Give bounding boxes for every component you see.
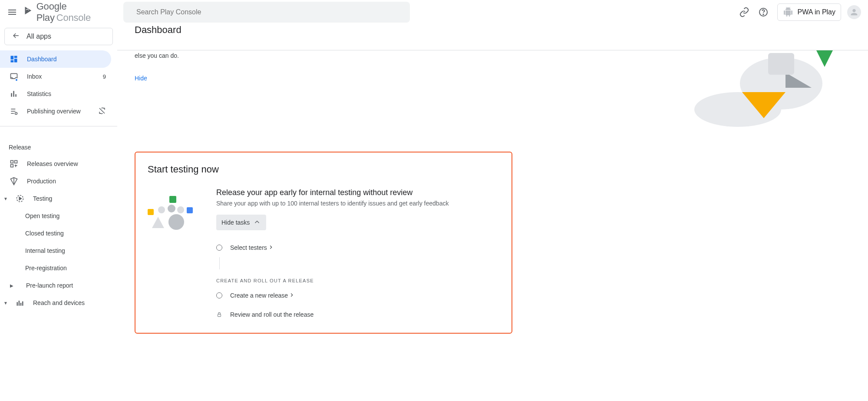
nav-label: Pre-launch report [26, 282, 73, 289]
statistics-icon [9, 89, 19, 99]
task-create-release[interactable]: Create a new release [216, 286, 499, 305]
link-icon[interactable] [736, 3, 753, 21]
nav-releases-overview[interactable]: Releases overview [0, 155, 111, 172]
nav-pre-registration[interactable]: Pre-registration [0, 259, 111, 277]
expand-right-icon[interactable]: ▶ [10, 283, 14, 288]
main-scroll[interactable]: else you can do. Hide Start testing now [117, 50, 868, 401]
start-testing-card: Start testing now Release your app early… [135, 152, 512, 334]
all-apps-label: All apps [26, 33, 51, 40]
intro-text-fragment: else you can do. [135, 52, 851, 59]
svg-rect-19 [17, 302, 18, 305]
nav-reach-and-devices[interactable]: ▼ Reach and devices [0, 294, 111, 312]
nav-statistics[interactable]: Statistics [0, 85, 111, 103]
expand-down-icon[interactable]: ▼ [3, 301, 8, 305]
svg-rect-22 [22, 302, 23, 306]
nav-dashboard[interactable]: Dashboard [0, 50, 111, 68]
task-review-rollout: Review and roll out the release [216, 305, 499, 324]
card-description: Share your app with up to 100 internal t… [216, 200, 499, 207]
chevron-right-icon [289, 292, 295, 299]
arrow-left-icon [12, 31, 20, 42]
sidebar-brand-row: Google PlayConsole [0, 0, 117, 24]
nav-label: Internal testing [25, 247, 65, 254]
app-selector[interactable]: PWA in Play [777, 3, 841, 21]
releases-icon [9, 159, 19, 169]
nav-label: Testing [33, 195, 52, 202]
lock-icon [216, 312, 222, 318]
nav-label: Releases overview [27, 160, 78, 167]
sidebar: Google PlayConsole All apps Dashboard In… [0, 0, 117, 401]
nav-testing-row: ▼ Testing [0, 190, 117, 207]
task-link[interactable]: Create a new release [230, 292, 295, 299]
header: PWA in Play Dashboard [0, 0, 868, 50]
search-bar[interactable] [123, 2, 410, 23]
help-icon[interactable] [755, 3, 772, 21]
nav-label: Inbox [27, 73, 42, 80]
svg-rect-16 [11, 165, 13, 167]
nav-inbox[interactable]: Inbox 9 [0, 68, 111, 85]
person-icon [849, 7, 859, 17]
header-sub: Dashboard [0, 24, 868, 41]
card-title: Start testing now [148, 164, 499, 175]
nav-closed-testing[interactable]: Closed testing [0, 225, 111, 242]
app-selector-label: PWA in Play [798, 8, 835, 16]
svg-rect-14 [11, 161, 13, 163]
task-list: Select testers Create and roll out a rel… [216, 238, 499, 324]
svg-marker-18 [19, 197, 21, 200]
header-divider [0, 50, 868, 50]
dashboard-icon [9, 54, 19, 64]
hero-illustration [686, 50, 833, 127]
task-link[interactable]: Select testers [230, 244, 274, 252]
search-input[interactable] [135, 8, 404, 17]
card-body: Release your app early for internal test… [148, 184, 499, 324]
sync-off-icon [98, 107, 106, 116]
nav-reach-row: ▼ Reach and devices [0, 294, 117, 312]
hamburger-icon[interactable] [4, 3, 20, 21]
expand-down-icon[interactable]: ▼ [3, 196, 8, 201]
hide-link[interactable]: Hide [135, 75, 147, 82]
intro-area: else you can do. Hide [135, 52, 851, 82]
svg-marker-4 [25, 7, 31, 14]
svg-rect-5 [11, 56, 14, 60]
brand-text: Google PlayConsole [36, 1, 101, 23]
svg-rect-6 [14, 56, 17, 58]
task-label: Review and roll out the release [230, 311, 314, 318]
testing-icon [15, 193, 25, 204]
hide-tasks-button[interactable]: Hide tasks [216, 215, 266, 230]
nav-label: Pre-registration [25, 265, 67, 272]
chevron-right-icon [268, 244, 274, 252]
nav-label: Statistics [27, 90, 51, 97]
card-main: Release your app early for internal test… [216, 184, 499, 324]
task-label: Select testers [230, 244, 267, 251]
header-top: PWA in Play [0, 0, 868, 24]
nav-prelaunch-row: ▶ Pre-launch report [0, 277, 117, 294]
nav-testing[interactable]: ▼ Testing [0, 190, 111, 207]
svg-rect-12 [15, 94, 17, 97]
nav-pre-launch-report[interactable]: ▶ Pre-launch report [0, 277, 111, 294]
inbox-count: 9 [103, 73, 106, 80]
avatar[interactable] [847, 5, 861, 19]
brand[interactable]: Google PlayConsole [24, 1, 101, 23]
task-connector [219, 257, 220, 269]
card-illustration [148, 196, 195, 235]
header-right: PWA in Play [736, 3, 861, 21]
nav-label: Publishing overview [27, 108, 81, 115]
card-heading: Release your app early for internal test… [216, 188, 499, 197]
task-bullet [216, 292, 222, 298]
task-select-testers[interactable]: Select testers [216, 238, 499, 257]
hide-tasks-label: Hide tasks [221, 219, 250, 226]
svg-point-24 [740, 57, 822, 109]
nav-internal-testing[interactable]: Internal testing [0, 242, 111, 259]
svg-point-13 [15, 113, 17, 115]
nav-open-testing[interactable]: Open testing [0, 207, 111, 225]
svg-rect-10 [11, 93, 12, 96]
svg-rect-20 [19, 301, 20, 306]
svg-rect-21 [20, 303, 22, 306]
all-apps-button[interactable]: All apps [4, 28, 113, 45]
sidebar-separator [0, 126, 117, 126]
task-label: Create a new release [230, 292, 288, 299]
page-title: Dashboard [135, 24, 182, 36]
nav-publishing-overview[interactable]: Publishing overview [0, 103, 111, 120]
svg-rect-7 [14, 59, 17, 62]
nav-production[interactable]: Production [0, 172, 111, 190]
reach-icon [15, 298, 25, 308]
